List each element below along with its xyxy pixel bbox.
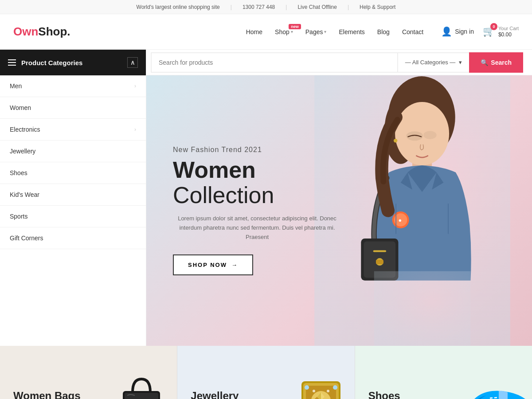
nav-pages[interactable]: Pages ▾ xyxy=(305,28,327,35)
top-bar: World's largest online shopping site | 1… xyxy=(0,0,532,14)
svg-point-38 xyxy=(327,390,329,392)
nav-home[interactable]: Home xyxy=(246,28,262,35)
hero-description: Lorem ipsum dolor sit amet, consectetur … xyxy=(173,214,341,242)
cart-info: Your Cart $0.00 xyxy=(498,25,519,39)
chevron-right-icon: › xyxy=(134,83,136,89)
svg-point-34 xyxy=(333,385,337,390)
nav-shop[interactable]: Shop ▾ new xyxy=(275,28,293,35)
nav-contact[interactable]: Contact xyxy=(402,28,423,35)
cart-amount: $0.00 xyxy=(498,31,519,39)
hamburger-icon xyxy=(8,59,16,66)
main-section: Product Categories ∧ Men › Women Electro… xyxy=(0,50,532,346)
sidebar-item-electronics[interactable]: Electronics › xyxy=(0,119,146,141)
cart-icon-wrap: 🛒 0 xyxy=(483,26,495,37)
topbar-help: Help & Support xyxy=(360,4,395,10)
search-btn-label: Search xyxy=(491,59,512,66)
hero-title-bold: Women xyxy=(173,157,256,183)
svg-rect-20 xyxy=(125,393,158,399)
sidebar-header: Product Categories ∧ xyxy=(0,50,146,75)
svg-point-7 xyxy=(423,131,436,139)
chevron-right-icon-elec: › xyxy=(134,126,136,133)
logo-shop: Shop xyxy=(38,25,67,38)
search-button[interactable]: 🔍 Search xyxy=(469,52,523,73)
topbar-item-1: World's largest online shopping site xyxy=(137,4,220,10)
chevron-down-icon-cat: ▾ xyxy=(459,59,462,66)
sign-in-button[interactable]: 👤 Sign in xyxy=(441,26,474,37)
bag-image xyxy=(115,368,168,399)
svg-rect-15 xyxy=(373,250,386,252)
cart-count: 0 xyxy=(490,23,497,30)
hero-banner: New Fashion Trend 2021 Women Collection … xyxy=(146,75,532,346)
svg-rect-18 xyxy=(374,271,471,346)
logo-own: Own xyxy=(13,25,38,38)
hero-content: New Fashion Trend 2021 Women Collection … xyxy=(146,128,368,293)
hero-subtitle: New Fashion Trend 2021 xyxy=(173,146,341,154)
sidebar: Product Categories ∧ Men › Women Electro… xyxy=(0,50,146,346)
svg-point-33 xyxy=(305,385,309,390)
product-card-bags: Women Bags Shop Now → xyxy=(0,346,177,399)
header-actions: 👤 Sign in 🛒 0 Your Cart $0.00 xyxy=(441,25,519,39)
sidebar-item-men[interactable]: Men › xyxy=(0,75,146,97)
chevron-down-icon-pages: ▾ xyxy=(324,29,326,34)
product-card-jewellery: Jewellery Shop Now → xyxy=(177,346,355,399)
svg-rect-17 xyxy=(376,259,383,264)
card-title-bags: Women Bags xyxy=(13,390,81,399)
sidebar-item-shoes[interactable]: Shoes xyxy=(0,162,146,184)
product-card-shoes: Shoes Shop Now → xyxy=(355,346,532,399)
card-content-shoes: Shoes Shop Now → xyxy=(368,390,423,399)
card-content-bags: Women Bags Shop Now → xyxy=(13,390,81,399)
card-content-jewellery: Jewellery Shop Now → xyxy=(191,390,245,399)
logo-dot: . xyxy=(67,25,70,38)
logo[interactable]: OwnShop. xyxy=(13,25,70,39)
header: OwnShop. Home Shop ▾ new Pages ▾ Element… xyxy=(0,14,532,50)
search-input[interactable] xyxy=(151,52,397,73)
svg-point-37 xyxy=(313,390,315,392)
jewellery-image xyxy=(293,368,350,399)
card-title-shoes: Shoes xyxy=(368,390,423,399)
sidebar-item-kidswear[interactable]: Kid's Wear xyxy=(0,184,146,206)
nav-blog[interactable]: Blog xyxy=(377,28,390,35)
category-label: — All Categories — xyxy=(405,59,455,66)
category-list: Men › Women Electronics › Jewellery Shoe… xyxy=(0,75,146,249)
shoes-image xyxy=(461,372,532,399)
user-icon: 👤 xyxy=(441,26,452,37)
product-cards: Women Bags Shop Now → Jew xyxy=(0,346,532,399)
svg-text:●: ● xyxy=(398,217,402,223)
svg-point-5 xyxy=(394,139,397,142)
sidebar-item-women[interactable]: Women xyxy=(0,97,146,119)
sidebar-toggle-button[interactable]: ∧ xyxy=(127,57,138,68)
sidebar-item-jewellery[interactable]: Jewellery xyxy=(0,141,146,162)
hero-title-light: Collection xyxy=(173,182,274,208)
sidebar-item-sports[interactable]: Sports xyxy=(0,206,146,227)
sign-in-label: Sign in xyxy=(455,28,474,35)
main-nav: Home Shop ▾ new Pages ▾ Elements Blog Co… xyxy=(246,28,423,35)
cart-button[interactable]: 🛒 0 Your Cart $0.00 xyxy=(483,25,519,39)
hero-btn-arrow: → xyxy=(231,262,238,268)
cart-label: Your Cart xyxy=(498,25,519,31)
category-dropdown[interactable]: — All Categories — ▾ xyxy=(397,52,469,73)
svg-point-4 xyxy=(395,102,449,165)
sidebar-item-giftcorners[interactable]: Gift Corners xyxy=(0,227,146,249)
topbar-phone: 1300 727 448 xyxy=(243,4,275,10)
topbar-chat: Live Chat Offline xyxy=(297,4,337,10)
nav-elements[interactable]: Elements xyxy=(339,28,364,35)
chevron-down-icon: ▾ xyxy=(291,29,293,34)
search-bar: — All Categories — ▾ 🔍 Search xyxy=(146,50,532,75)
hero-shop-now-button[interactable]: SHOP NOW → xyxy=(173,254,253,275)
hero-btn-label: SHOP NOW xyxy=(188,262,227,268)
card-title-jewellery: Jewellery xyxy=(191,390,245,399)
hero-title: Women Collection xyxy=(173,157,341,208)
sidebar-title: Product Categories xyxy=(21,59,122,66)
search-icon: 🔍 xyxy=(481,59,488,66)
new-badge: new xyxy=(289,24,301,29)
